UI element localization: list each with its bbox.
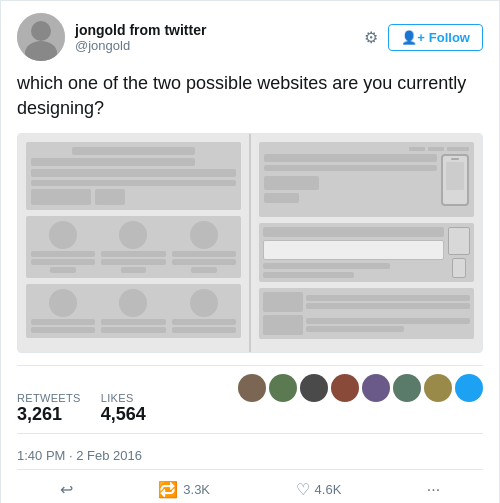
like-count: 4.6K [315, 482, 342, 497]
tweet-timestamp: 1:40 PM · 2 Feb 2016 [17, 442, 483, 470]
retweets-stat: RETWEETS 3,261 [17, 392, 81, 425]
wf-mobile-header [259, 142, 474, 217]
svg-point-1 [31, 21, 51, 41]
wf-browser-section [259, 223, 474, 282]
liker-avatar-2[interactable] [269, 374, 297, 402]
tweet-text: which one of the two possible websites a… [17, 71, 483, 121]
liker-avatar-5[interactable] [362, 374, 390, 402]
tweet-header: jongold from twitter @jongold ⚙ 👤+ Follo… [17, 13, 483, 61]
retweets-label: RETWEETS [17, 392, 81, 404]
wireframe-left-panel [18, 134, 251, 352]
retweet-action[interactable]: 🔁 3.3K [158, 480, 210, 499]
liker-avatar-6[interactable] [393, 374, 421, 402]
user-info: jongold from twitter @jongold [75, 22, 206, 53]
reply-icon: ↩ [60, 480, 73, 499]
liker-avatar-4[interactable] [331, 374, 359, 402]
wireframe-right-panel [251, 134, 482, 352]
liker-avatar-7[interactable] [424, 374, 452, 402]
retweets-count[interactable]: 3,261 [17, 404, 81, 425]
display-name[interactable]: jongold from twitter [75, 22, 206, 38]
follow-label: Follow [429, 30, 470, 45]
wf-profiles-section-1 [26, 216, 241, 278]
more-action[interactable]: ··· [427, 481, 440, 499]
header-left: jongold from twitter @jongold [17, 13, 206, 61]
follow-button[interactable]: 👤+ Follow [388, 24, 483, 51]
tweet-card: jongold from twitter @jongold ⚙ 👤+ Follo… [0, 0, 500, 503]
wf-profiles-section-2 [26, 284, 241, 338]
header-right: ⚙ 👤+ Follow [364, 24, 483, 51]
tweet-image [17, 133, 483, 353]
likers-avatars [238, 374, 483, 402]
username[interactable]: @jongold [75, 38, 206, 53]
like-action[interactable]: ♡ 4.6K [296, 480, 342, 499]
tweet-actions: ↩ 🔁 3.3K ♡ 4.6K ··· [17, 474, 483, 503]
gear-icon[interactable]: ⚙ [364, 28, 378, 47]
likes-stat: LIKES 4,564 [101, 392, 146, 425]
retweet-icon: 🔁 [158, 480, 178, 499]
more-icon: ··· [427, 481, 440, 499]
wf-bottom-section [259, 288, 474, 339]
tweet-stats: RETWEETS 3,261 LIKES 4,564 [17, 365, 483, 434]
likes-count[interactable]: 4,564 [101, 404, 146, 425]
timestamp-text: 1:40 PM · 2 Feb 2016 [17, 448, 142, 463]
avatar[interactable] [17, 13, 65, 61]
likes-label: LIKES [101, 392, 146, 404]
liker-avatar-1[interactable] [238, 374, 266, 402]
follow-person-icon: 👤+ [401, 30, 425, 45]
wf-header-section [26, 142, 241, 210]
heart-icon: ♡ [296, 480, 310, 499]
liker-avatar-8[interactable] [455, 374, 483, 402]
liker-avatar-3[interactable] [300, 374, 328, 402]
reply-action[interactable]: ↩ [60, 480, 73, 499]
retweet-count: 3.3K [183, 482, 210, 497]
